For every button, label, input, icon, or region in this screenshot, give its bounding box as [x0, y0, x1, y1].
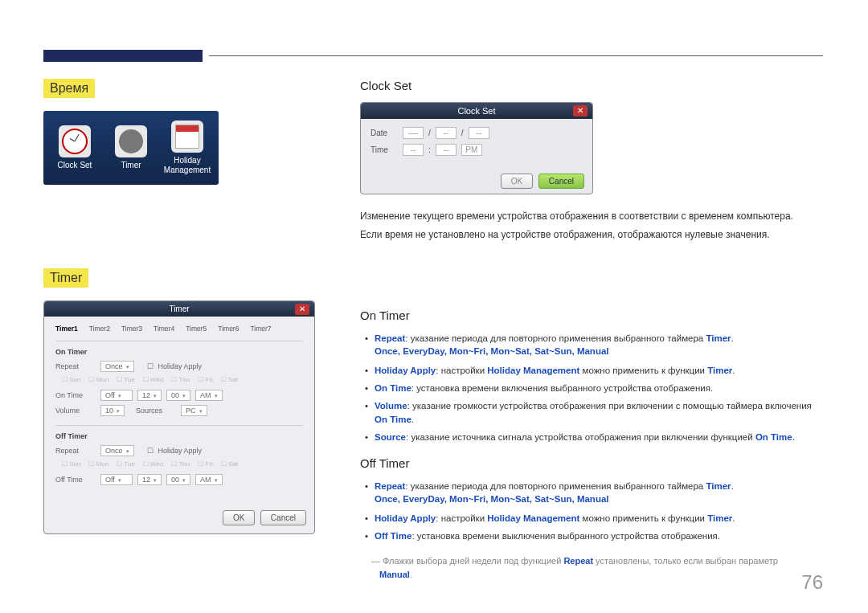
paragraph: Изменение текущего времени устройства от… — [360, 209, 826, 224]
source-select[interactable]: PC — [181, 405, 207, 416]
on-time-select[interactable]: Off — [100, 390, 133, 401]
holiday-apply-check[interactable]: Holiday Apply — [158, 447, 203, 455]
cancel-button[interactable]: Cancel — [260, 510, 306, 525]
holiday-apply-check[interactable]: Holiday Apply — [158, 362, 203, 370]
day-check[interactable]: Thu — [171, 376, 190, 383]
list-item: Volume: указание громкости устройства от… — [360, 399, 826, 428]
field-label: Off Time — [55, 476, 96, 484]
keyword: Timer — [706, 481, 731, 491]
min-select[interactable]: 00 — [166, 390, 190, 401]
keyword: Manual — [379, 570, 410, 579]
keyword: Holiday Management — [487, 366, 579, 375]
day-check[interactable]: Sat — [221, 376, 238, 383]
ampm-select[interactable]: AM — [195, 390, 223, 401]
field-label: Sources — [136, 407, 176, 415]
min-select[interactable]: 00 — [166, 474, 190, 485]
keyword: On Time — [375, 383, 411, 393]
off-timer-list: Repeat: указание периода для повторного … — [360, 480, 826, 543]
day-check[interactable]: Sun — [62, 460, 80, 468]
time-field[interactable]: -- — [436, 144, 457, 156]
date-field[interactable]: -- — [436, 127, 457, 139]
tab-timer1[interactable]: Timer1 — [55, 325, 78, 333]
tab-timer7[interactable]: Timer7 — [250, 325, 271, 333]
day-check[interactable]: Wed — [143, 376, 164, 383]
paragraph: Если время не установлено на устройстве … — [360, 227, 826, 243]
icon-label: Holiday Management — [159, 156, 215, 175]
hour-select[interactable]: 12 — [137, 390, 162, 401]
day-check[interactable]: Sun — [62, 376, 80, 383]
heading-on-timer: On Timer — [360, 309, 826, 322]
day-check[interactable]: Wed — [143, 460, 164, 468]
keyword: On Time — [755, 432, 792, 442]
field-label: On Time — [55, 391, 96, 399]
keyword: Repeat — [375, 333, 405, 343]
list-item: Repeat: указание периода для повторного … — [360, 480, 826, 507]
close-icon[interactable]: ✕ — [573, 105, 588, 116]
repeat-select[interactable]: Once — [100, 445, 134, 456]
clock-icon — [59, 125, 91, 157]
ok-button[interactable]: OK — [501, 174, 533, 189]
section-label-timer: Timer — [43, 268, 88, 288]
text: Флажки выбора дней недели под функцией — [383, 556, 563, 566]
icon-cell-timer: Timer — [103, 125, 159, 170]
group-on-timer: On Timer Repeat Once ☐ Holiday Apply Sun… — [55, 341, 303, 425]
date-field[interactable]: ---- — [403, 127, 424, 139]
list-item: Source: указание источника сигнала устро… — [360, 431, 826, 445]
icon-cell-holiday: Holiday Management — [159, 121, 215, 175]
on-timer-list: Repeat: указание периода для повторного … — [360, 332, 826, 445]
heading-off-timer: Off Timer — [360, 456, 826, 470]
timer-tabs: Timer1 Timer2 Timer3 Timer4 Timer5 Timer… — [55, 325, 303, 333]
time-field[interactable]: -- — [403, 144, 424, 156]
options-text: Once, EveryDay, Mon~Fri, Mon~Sat, Sat~Su… — [375, 345, 826, 359]
tab-timer5[interactable]: Timer5 — [186, 325, 207, 333]
group-title: On Timer — [55, 348, 303, 356]
options-text: Once, EveryDay, Mon~Fri, Mon~Sat, Sat~Su… — [375, 492, 826, 507]
day-check[interactable]: Fri — [198, 460, 213, 468]
header-rule — [209, 55, 823, 56]
field-label: Repeat — [55, 447, 96, 455]
day-check[interactable]: Mon — [88, 460, 108, 468]
left-column: Время Clock Set Timer Holiday Management… — [43, 79, 317, 534]
keyword: Timer — [707, 366, 732, 375]
text: : указание периода для повторного примен… — [405, 333, 706, 343]
ampm-select[interactable]: AM — [195, 474, 223, 485]
text: : указание периода для повторного примен… — [405, 481, 706, 491]
keyword: Source — [375, 432, 406, 442]
list-item: Holiday Apply: настройки Holiday Managem… — [360, 512, 826, 526]
cancel-button[interactable]: Cancel — [538, 174, 584, 189]
day-check[interactable]: Tue — [117, 460, 135, 468]
ampm-field[interactable]: PM — [461, 144, 482, 156]
off-time-select[interactable]: Off — [100, 474, 133, 485]
clock-set-dialog-title: Clock Set ✕ — [361, 103, 592, 119]
timer-dialog-title: Timer ✕ — [44, 301, 314, 317]
text: : настройки — [436, 513, 487, 523]
tab-timer4[interactable]: Timer4 — [154, 325, 174, 333]
field-label: Time — [371, 145, 398, 154]
dialog-title-text: Clock Set — [457, 106, 495, 116]
tab-timer3[interactable]: Timer3 — [121, 325, 142, 333]
group-off-timer: Off Timer Repeat Once ☐ Holiday Apply Su… — [55, 425, 303, 494]
keyword: Timer — [707, 513, 732, 523]
list-item: Repeat: указание периода для повторного … — [360, 332, 826, 359]
timer-dialog-figure: Timer ✕ Timer1 Timer2 Timer3 Timer4 Time… — [43, 300, 315, 534]
day-check[interactable]: Thu — [171, 460, 190, 468]
day-check[interactable]: Sat — [221, 460, 238, 468]
day-check[interactable]: Fri — [198, 376, 213, 383]
field-label: Date — [371, 129, 398, 137]
day-check[interactable]: Tue — [117, 376, 135, 383]
list-item: On Time: установка времени включения выб… — [360, 382, 826, 396]
group-title: Off Timer — [55, 432, 303, 440]
hour-select[interactable]: 12 — [137, 474, 162, 485]
date-field[interactable]: -- — [469, 127, 489, 139]
text: : установка времени выключения выбранног… — [411, 531, 720, 541]
close-icon[interactable]: ✕ — [295, 304, 309, 315]
ok-button[interactable]: OK — [223, 510, 255, 525]
repeat-select[interactable]: Once — [100, 361, 134, 372]
list-item: Holiday Apply: настройки Holiday Managem… — [360, 364, 826, 378]
keyword: Off Time — [375, 531, 411, 541]
tab-timer6[interactable]: Timer6 — [218, 325, 239, 333]
day-check[interactable]: Mon — [88, 376, 108, 383]
tab-timer2[interactable]: Timer2 — [89, 325, 110, 333]
volume-select[interactable]: 10 — [100, 405, 125, 416]
section-label-time: Время — [43, 79, 95, 98]
